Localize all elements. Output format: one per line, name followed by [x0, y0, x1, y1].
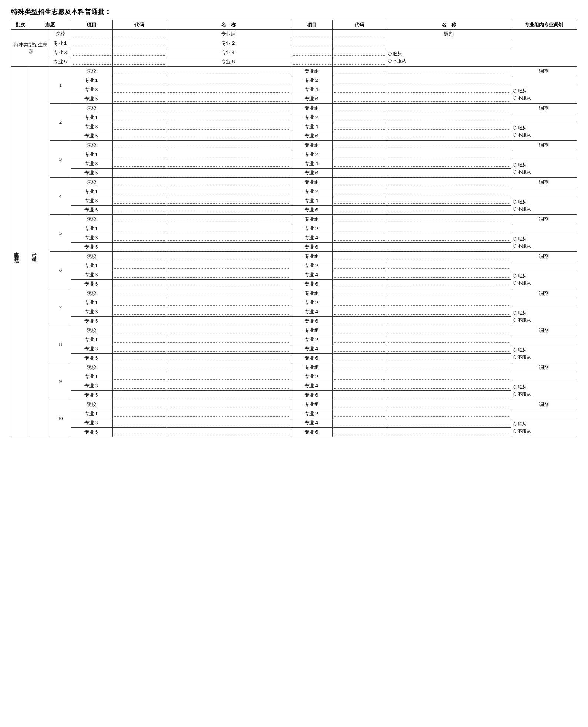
bk-6-zy4-mingcheng[interactable] [386, 270, 511, 280]
bk-5-yuanxiao-daima[interactable] [113, 215, 166, 224]
bk-6-zy2-mingcheng-input[interactable] [388, 263, 509, 269]
bk-2-zy1-daima[interactable] [113, 113, 166, 122]
bk-2-zyzu-daima-input[interactable] [334, 105, 385, 111]
bk-4-zy4-daima-input[interactable] [334, 198, 385, 204]
bk-8-zy1-daima[interactable] [113, 335, 166, 344]
bk-8-zy3-daima-input[interactable] [114, 346, 165, 352]
bk-10-zy5-mingcheng[interactable] [166, 428, 291, 437]
bk-6-zy5-mingcheng[interactable] [166, 280, 291, 289]
bk-7-zy2-mingcheng[interactable] [386, 298, 511, 307]
bk-4-zy2-mingcheng-input[interactable] [388, 189, 509, 194]
special-zy1-daima[interactable] [71, 39, 112, 48]
radio-option-accept[interactable]: 服从 [513, 310, 526, 316]
special-yuanxiao-daima-input[interactable] [73, 31, 111, 37]
bk-3-zy1-daima[interactable] [113, 150, 166, 159]
bk-4-zy6-daima-input[interactable] [334, 207, 385, 213]
bk-10-zy3-mingcheng[interactable] [166, 418, 291, 428]
bk-6-zy2-daima-input[interactable] [334, 263, 385, 269]
bk-6-zy4-daima[interactable] [333, 270, 386, 280]
bk-6-zyzu-daima[interactable] [333, 252, 386, 261]
bk-8-zy6-daima-input[interactable] [334, 355, 385, 361]
bk-6-zy1-daima[interactable] [113, 261, 166, 270]
radio-cell[interactable]: 服从不服从 [511, 344, 577, 363]
bk-7-zy1-mingcheng[interactable] [166, 298, 291, 307]
bk-9-zy3-mingcheng[interactable] [166, 381, 291, 391]
radio-option-accept[interactable]: 服从 [513, 273, 526, 279]
bk-10-zy6-daima-input[interactable] [334, 429, 385, 435]
bk-9-zy5-mingcheng[interactable] [166, 391, 291, 400]
bk-5-yuanxiao-daima-input[interactable] [114, 216, 165, 222]
bk-7-yuanxiao-mingcheng[interactable] [166, 289, 291, 298]
bk-7-zy3-daima-input[interactable] [114, 309, 165, 315]
bk-1-yuanxiao-mingcheng-input[interactable] [168, 68, 289, 74]
bk-5-zy3-daima[interactable] [113, 233, 166, 243]
bk-5-zy6-daima-input[interactable] [334, 244, 385, 250]
bk-6-zy6-mingcheng[interactable] [386, 280, 511, 289]
bk-9-zy6-daima[interactable] [333, 391, 386, 400]
bk-10-zy5-daima[interactable] [113, 428, 166, 437]
bk-5-zy5-mingcheng[interactable] [166, 243, 291, 252]
bk-4-zy1-daima-input[interactable] [114, 189, 165, 194]
bk-5-zy1-mingcheng[interactable] [166, 224, 291, 233]
bk-5-zy6-mingcheng-input[interactable] [388, 244, 509, 250]
bk-5-zy3-mingcheng[interactable] [166, 233, 291, 243]
bk-3-zy3-daima[interactable] [113, 159, 166, 169]
bk-8-yuanxiao-daima-input[interactable] [114, 327, 165, 333]
radio-option-reject[interactable]: 不服从 [513, 243, 531, 249]
bk-1-zy5-daima[interactable] [113, 94, 166, 104]
bk-3-zy5-mingcheng-input[interactable] [168, 170, 289, 176]
bk-10-zy1-mingcheng-input[interactable] [168, 411, 289, 417]
bk-1-zy1-daima-input[interactable] [114, 77, 165, 83]
bk-2-yuanxiao-daima-input[interactable] [114, 105, 165, 111]
bk-10-zy3-daima[interactable] [113, 418, 166, 428]
bk-5-yuanxiao-mingcheng[interactable] [166, 215, 291, 224]
special-zy4-daima[interactable] [291, 48, 332, 57]
bk-8-zy5-daima[interactable] [113, 354, 166, 363]
bk-9-yuanxiao-daima-input[interactable] [114, 364, 165, 370]
bk-2-zy6-mingcheng[interactable] [386, 131, 511, 141]
bk-4-zy5-mingcheng-input[interactable] [168, 207, 289, 213]
special-zyzu-mingcheng[interactable] [333, 30, 386, 39]
bk-6-zyzu-daima-input[interactable] [334, 253, 385, 259]
bk-4-zyzu-mingcheng[interactable] [386, 178, 511, 187]
bk-1-zy1-mingcheng-input[interactable] [168, 77, 289, 83]
bk-10-zy2-mingcheng-input[interactable] [388, 411, 509, 417]
bk-6-zy1-daima-input[interactable] [114, 263, 165, 269]
radio-option-reject[interactable]: 不服从 [513, 169, 531, 175]
bk-1-zy2-mingcheng-input[interactable] [388, 77, 509, 83]
bk-3-zy6-daima[interactable] [333, 169, 386, 178]
bk-4-zy4-mingcheng[interactable] [386, 196, 511, 206]
bk-7-yuanxiao-mingcheng-input[interactable] [168, 290, 289, 296]
bk-3-zyzu-daima[interactable] [333, 141, 386, 150]
bk-6-zy2-mingcheng[interactable] [386, 261, 511, 270]
bk-1-zyzu-mingcheng-input[interactable] [388, 68, 509, 74]
special-zy3-mingcheng-input[interactable] [114, 50, 165, 56]
bk-4-zy5-mingcheng[interactable] [166, 206, 291, 215]
bk-3-zyzu-mingcheng-input[interactable] [388, 142, 509, 148]
bk-1-zy5-mingcheng-input[interactable] [168, 96, 289, 102]
bk-1-zy3-mingcheng[interactable] [166, 85, 291, 94]
bk-10-yuanxiao-daima-input[interactable] [114, 401, 165, 407]
bk-4-zy1-mingcheng-input[interactable] [168, 189, 289, 194]
radio-option-reject[interactable]: 不服从 [513, 428, 531, 434]
bk-10-zy3-daima-input[interactable] [114, 420, 165, 426]
bk-3-zy4-mingcheng-input[interactable] [388, 161, 509, 167]
bk-7-zyzu-mingcheng-input[interactable] [388, 290, 509, 296]
bk-2-zy1-mingcheng[interactable] [166, 113, 291, 122]
bk-7-zy1-daima-input[interactable] [114, 300, 165, 306]
bk-1-zy4-daima[interactable] [333, 85, 386, 94]
bk-9-zy5-daima-input[interactable] [114, 392, 165, 398]
bk-4-zy3-daima-input[interactable] [114, 198, 165, 204]
special-zy4-mingcheng[interactable] [333, 48, 386, 57]
bk-4-zy6-daima[interactable] [333, 206, 386, 215]
bk-8-yuanxiao-mingcheng[interactable] [166, 326, 291, 335]
bk-5-zy2-daima[interactable] [333, 224, 386, 233]
bk-8-zy3-mingcheng-input[interactable] [168, 346, 289, 352]
bk-4-yuanxiao-mingcheng-input[interactable] [168, 179, 289, 185]
bk-6-zy2-daima[interactable] [333, 261, 386, 270]
bk-2-zy3-daima-input[interactable] [114, 124, 165, 130]
bk-4-zyzu-mingcheng-input[interactable] [388, 179, 509, 185]
bk-10-zyzu-daima-input[interactable] [334, 401, 385, 407]
bk-1-zy1-daima[interactable] [113, 76, 166, 85]
special-zy3-daima[interactable] [71, 48, 112, 57]
